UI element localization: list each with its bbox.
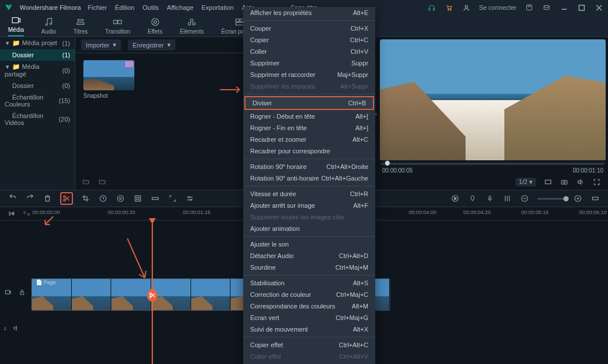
volume-icon[interactable] xyxy=(576,177,585,186)
nav-média-projet-0[interactable]: ▾ 📁 Média projet(1) xyxy=(0,37,75,49)
speed-icon[interactable] xyxy=(98,194,108,203)
split-icon[interactable] xyxy=(60,192,73,205)
menu-item--cran-vert[interactable]: Écran vertCtrl+Maj+G xyxy=(243,312,375,323)
menu-item-rotation-90-horaire[interactable]: Rotation 90º horaireCtrl+Alt+Droite xyxy=(243,161,375,172)
tab-transition[interactable]: Transition xyxy=(105,17,130,35)
menu-item-correction-de-couleur[interactable]: Correction de couleurCtrl+Maj+C xyxy=(243,289,375,300)
menu-item-d-tacher-audio[interactable]: Détacher AudioCtrl+Alt+D xyxy=(243,250,375,262)
menu-item-copier[interactable]: CopierCtrl+C xyxy=(243,34,375,46)
menu-item-supprimer-et-raccorder[interactable]: Supprimer et raccorderMaj+Suppr xyxy=(243,69,375,80)
zoom-slider[interactable] xyxy=(537,198,565,200)
nav-média-partagé-2[interactable]: ▾ 📁 Média partagé(0) xyxy=(0,61,75,80)
save-icon[interactable] xyxy=(525,3,534,12)
nav-échantillon-couleurs-4[interactable]: Échantillon Couleurs(15) xyxy=(0,91,75,110)
menu-affichage[interactable]: Affichage xyxy=(167,4,193,11)
greenscreen-icon[interactable] xyxy=(133,194,142,203)
svg-rect-43 xyxy=(6,291,10,294)
menu-item-suivi-de-mouvement[interactable]: Suivi de mouvementAlt+X xyxy=(243,323,375,335)
ruler-back-icon[interactable] xyxy=(7,209,16,218)
svg-rect-37 xyxy=(471,196,474,200)
progress-thumb[interactable] xyxy=(384,160,390,166)
connect-button[interactable]: Se connecter xyxy=(479,4,517,11)
expand-icon[interactable] xyxy=(168,194,177,203)
menu-item-supprimer-les-espaces: Supprimer les espacesAlt+Suppr xyxy=(243,80,375,92)
media-bottom-icons xyxy=(81,177,107,186)
zoomout-icon[interactable] xyxy=(520,194,529,203)
undo-icon[interactable] xyxy=(8,194,17,203)
snapshot-icon[interactable] xyxy=(559,177,569,186)
folder-icon[interactable] xyxy=(97,177,107,186)
zoomfit-icon[interactable] xyxy=(591,194,600,203)
import-dropdown[interactable]: Importer▾ xyxy=(81,39,121,50)
cart-icon[interactable] xyxy=(444,3,453,12)
menu-item-rotation-90-anti-horaire[interactable]: Rotation 90º anti-horaireCtrl+Alt+Gauche xyxy=(243,172,375,184)
nav-dossier-3[interactable]: Dossier(0) xyxy=(0,80,75,91)
menu-item-recadrer-et-zoomer[interactable]: Recadrer et zoomerAlt+C xyxy=(243,134,375,145)
cut-marker[interactable] xyxy=(147,289,158,302)
mixer-icon[interactable] xyxy=(503,194,512,203)
tab-titres[interactable]: Titres xyxy=(74,17,88,35)
tab-effets[interactable]: Effets xyxy=(148,17,162,35)
marker-icon[interactable] xyxy=(468,194,477,203)
minimize-icon[interactable] xyxy=(559,3,569,12)
audio-note-icon[interactable]: ♪ xyxy=(3,325,7,332)
message-icon[interactable] xyxy=(542,3,551,12)
menu-item-ajouter-arr-t-sur-image[interactable]: Ajouter arrêt sur imageAlt+F xyxy=(243,200,375,211)
menu-item-copier-effet[interactable]: Copier effetCtrl+Alt+C xyxy=(243,339,375,351)
annotation-arrow-1 xyxy=(220,86,244,94)
folder-new-icon[interactable] xyxy=(81,177,90,186)
mic-icon[interactable] xyxy=(485,194,495,203)
maximize-icon[interactable] xyxy=(577,3,586,12)
trash-icon[interactable] xyxy=(43,194,52,203)
tab-éléments[interactable]: Éléments xyxy=(180,17,204,35)
title-right-group: Se connecter xyxy=(427,3,603,12)
menu-item-sourdine[interactable]: SourdineCtrl+Maj+M xyxy=(243,262,375,273)
menu-item-ajuster-le-son[interactable]: Ajuster le son xyxy=(243,238,375,250)
color-icon[interactable] xyxy=(116,194,125,203)
menu-édition[interactable]: Édition xyxy=(115,4,135,11)
menu-item-correspondance-des-couleurs[interactable]: Correspondance des couleursAlt+M xyxy=(243,300,375,312)
menu-item-vitesse-et-dur-e[interactable]: Vitesse et duréeCtrl+R xyxy=(243,188,375,200)
lock-icon[interactable] xyxy=(17,288,27,297)
menu-item-rogner-fin-en-t-te[interactable]: Rogner - Fin en têteAlt+] xyxy=(243,122,375,134)
menu-item-recadrer-pour-correspondre[interactable]: Recadrer pour correspondre xyxy=(243,145,375,157)
close-icon[interactable] xyxy=(594,3,603,12)
svg-rect-21 xyxy=(236,23,244,25)
menu-fichier[interactable]: Fichier xyxy=(88,4,107,11)
menu-item-supprimer[interactable]: SupprimerSuppr xyxy=(243,57,375,69)
aspect-icon[interactable] xyxy=(543,177,552,186)
preview-pager[interactable]: 1/2 ▾ xyxy=(515,178,536,186)
nav-échantillon-vidéos-5[interactable]: Échantillon Vidéos(20) xyxy=(0,110,75,128)
play-icon[interactable] xyxy=(450,194,460,203)
app-name: Wondershare Filmora xyxy=(20,4,81,11)
menu-exportation[interactable]: Exportation xyxy=(202,4,234,11)
zoomin-icon[interactable] xyxy=(573,194,583,203)
preview-video[interactable] xyxy=(380,39,606,160)
crop-icon[interactable] xyxy=(81,194,90,203)
menu-item-diviser[interactable]: DiviserCtrl+B xyxy=(244,96,374,110)
menu-item-afficher-les-propri-t-s[interactable]: Afficher les propriétésAlt+E xyxy=(243,7,375,19)
tab-audio[interactable]: Audio xyxy=(41,17,56,35)
menu-item-coller[interactable]: CollerCtrl+V xyxy=(243,46,375,57)
user-icon[interactable] xyxy=(462,3,471,12)
settings-icon[interactable] xyxy=(185,194,195,203)
menu-outils[interactable]: Outils xyxy=(142,4,159,11)
ruler-tick: 00:00:05:15 xyxy=(521,209,549,215)
mute-icon[interactable] xyxy=(12,323,21,333)
media-thumbnail[interactable]: Snapshot xyxy=(83,60,134,99)
fullscreen-icon[interactable] xyxy=(592,177,601,186)
menu-item-couper[interactable]: CouperCtrl+X xyxy=(243,23,375,34)
nav-dossier-1[interactable]: Dossier(1) xyxy=(0,49,75,61)
menu-item-stabilisation[interactable]: StabilisationAlt+S xyxy=(243,277,375,289)
headset-icon[interactable] xyxy=(427,3,436,12)
menu-item-rogner-d-but-en-t-te[interactable]: Rogner - Début en têteAlt+[ xyxy=(243,111,375,122)
menu-item-ajouter-animation[interactable]: Ajouter animation xyxy=(243,223,375,234)
video-track-icon[interactable] xyxy=(3,288,13,297)
tab-média[interactable]: Média xyxy=(8,15,24,36)
redo-icon[interactable] xyxy=(25,194,35,203)
preview-progress[interactable] xyxy=(381,163,605,165)
track-icon[interactable] xyxy=(151,194,160,203)
record-dropdown[interactable]: Enregistrer▾ xyxy=(128,39,175,50)
svg-point-4 xyxy=(465,5,467,8)
ruler-link-icon[interactable] xyxy=(22,209,31,218)
